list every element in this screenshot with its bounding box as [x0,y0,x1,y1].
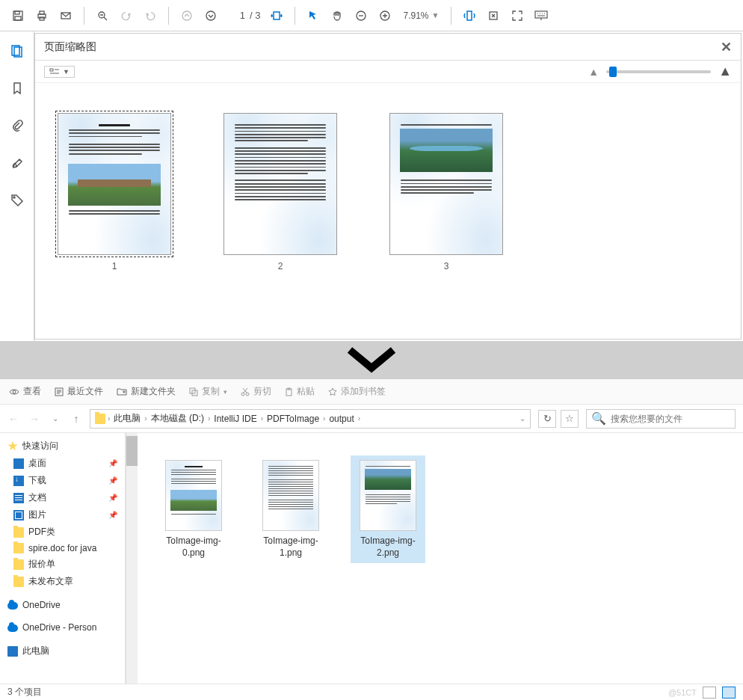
sidebar-scrollbar[interactable] [126,433,138,684]
undo-icon[interactable] [116,5,137,26]
svg-rect-4 [40,11,44,14]
sidebar-folder-quote[interactable]: 报价单 [0,556,125,573]
hand-icon[interactable] [327,5,348,26]
sidebar-quick-access[interactable]: 快速访问 [0,438,125,455]
file-list: ToImage-img-0.png ToImage-img-1.png ToIm… [138,433,743,684]
search-icon: 🔍 [591,411,606,426]
pin-icon: 📌 [108,494,117,502]
section-divider [0,341,743,378]
breadcrumb-item[interactable]: 此电脑 [112,412,142,425]
new-folder-button[interactable]: 新建文件夹 [117,385,176,398]
pin-icon: 📌 [108,511,117,519]
thumbnail-label: 1 [112,261,117,271]
rotate-icon[interactable] [483,5,504,26]
file-item[interactable]: ToImage-img-0.png [156,455,231,563]
file-explorer: 查看 最近文件 新建文件夹 复制▾ 剪切 粘贴 添加到书签 ← → ⌄ ↑ › … [0,378,743,700]
refresh-icon[interactable]: ↻ [538,410,556,428]
attachment-icon[interactable] [7,115,28,136]
file-name: ToImage-img-1.png [258,535,324,559]
thumbnail-panel: 页面缩略图 ✕ ▼ ▲ ▲ 1 2 [34,33,742,340]
file-item[interactable]: ToImage-img-1.png [253,455,328,563]
recent-button[interactable]: 最近文件 [55,385,103,398]
thumbnail-size-slider[interactable]: ▲ ▲ [588,64,732,79]
fullscreen-icon[interactable] [507,5,528,26]
item-count: 3 个项目 [7,686,42,699]
page-input[interactable] [224,8,247,22]
copy-button[interactable]: 复制▾ [189,385,227,398]
zoom-plus-icon[interactable] [374,5,395,26]
svg-point-9 [206,11,215,20]
svg-point-20 [13,390,16,393]
paste-button[interactable]: 粘贴 [285,385,315,398]
sidebar-pictures[interactable]: 图片📌 [0,506,125,524]
icons-view-icon[interactable] [722,687,736,699]
svg-rect-13 [467,11,472,20]
thumbnail-page-1[interactable]: 1 [58,113,171,331]
svg-point-8 [182,11,191,20]
breadcrumb-item[interactable]: 本地磁盘 (D:) [149,412,206,425]
svg-rect-19 [50,69,53,71]
status-bar: 3 个项目 @51CT [0,684,743,700]
back-icon[interactable]: ← [7,413,19,425]
mountain-large-icon: ▲ [718,64,732,79]
fit-width-icon[interactable] [266,5,287,26]
mail-icon[interactable] [55,5,76,26]
thumbnail-page-2[interactable]: 2 [223,113,337,331]
up-icon[interactable]: ↑ [70,413,82,425]
close-icon[interactable]: ✕ [721,39,732,55]
tag-icon[interactable] [7,190,28,211]
bookmark-icon[interactable] [7,78,28,99]
history-dropdown-icon[interactable]: ⌄ [49,414,61,423]
search-input[interactable]: 🔍 [586,409,736,429]
thumbnail-label: 3 [444,261,449,271]
breadcrumb-item[interactable]: PDFToImage [265,414,321,424]
pin-icon: 📌 [108,459,117,467]
page-up-icon[interactable] [176,5,197,26]
fit-page-icon[interactable] [459,5,480,26]
sidebar-documents[interactable]: 文档📌 [0,489,125,506]
pointer-icon[interactable] [303,5,324,26]
pdf-sidebar [0,31,34,341]
sidebar-desktop[interactable]: 桌面📌 [0,455,125,472]
sidebar-onedrive[interactable]: OneDrive [0,598,125,612]
zoom-out-fit-icon[interactable] [92,5,113,26]
thumbnail-page-3[interactable]: 3 [389,113,503,331]
keyboard-icon[interactable] [531,5,552,26]
bookmark-button[interactable]: 添加到书签 [328,385,386,398]
thumbnails-icon[interactable] [7,40,28,61]
zoom-select[interactable]: 7.91%▼ [398,9,443,22]
address-bar-row: ← → ⌄ ↑ › 此电脑› 本地磁盘 (D:)› IntelliJ IDE› … [0,405,743,433]
cut-button[interactable]: 剪切 [241,385,271,398]
view-button[interactable]: 查看 [9,385,41,398]
redo-icon[interactable] [140,5,161,26]
sidebar-downloads[interactable]: 下载📌 [0,472,125,489]
file-name: ToImage-img-0.png [161,535,226,559]
pdf-toolbar: / 3 7.91%▼ [0,0,743,31]
thumbnail-options[interactable]: ▼ [44,66,75,78]
breadcrumb-item[interactable]: output [327,414,355,424]
svg-rect-15 [535,11,547,18]
signature-icon[interactable] [7,153,28,174]
address-dropdown-icon[interactable]: ⌄ [520,414,525,423]
breadcrumb-item[interactable]: IntelliJ IDE [212,414,258,424]
save-icon[interactable] [7,5,28,26]
print-icon[interactable] [31,5,52,26]
sidebar-folder-pdf[interactable]: PDF类 [0,524,125,541]
svg-point-24 [241,393,244,396]
sidebar-folder-spire[interactable]: spire.doc for java [0,541,125,556]
page-down-icon[interactable] [200,5,221,26]
thumbnail-panel-title: 页面缩略图 [44,40,96,54]
sidebar-this-pc[interactable]: 此电脑 [0,642,125,660]
page-total: / 3 [250,10,260,21]
file-item[interactable]: ToImage-img-2.png [351,455,425,563]
svg-point-25 [246,393,249,396]
breadcrumb[interactable]: › 此电脑› 本地磁盘 (D:)› IntelliJ IDE› PDFToIma… [90,409,531,429]
forward-icon[interactable]: → [28,413,40,425]
zoom-minus-icon[interactable] [351,5,372,26]
favorite-icon[interactable]: ☆ [561,410,579,428]
sidebar-folder-unpub[interactable]: 未发布文章 [0,573,125,590]
svg-rect-2 [15,16,21,20]
file-name: ToImage-img-2.png [355,535,421,559]
sidebar-onedrive-personal[interactable]: OneDrive - Person [0,620,125,635]
details-view-icon[interactable] [703,687,716,699]
